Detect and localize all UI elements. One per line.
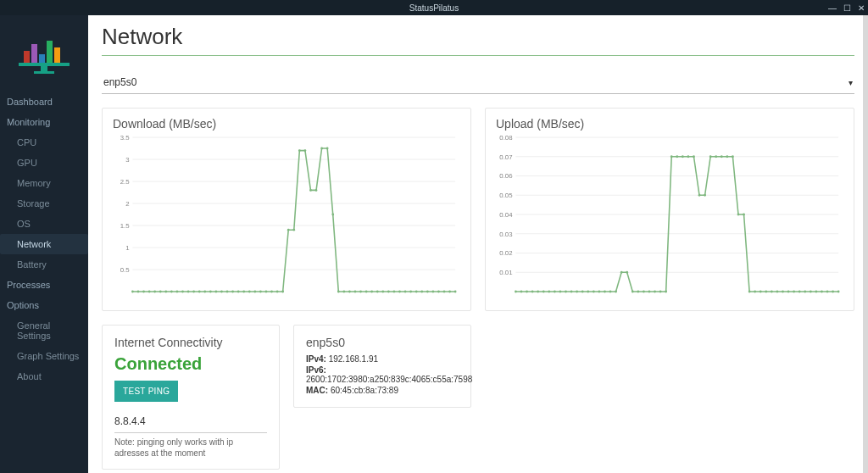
svg-point-70 bbox=[398, 291, 401, 293]
svg-point-37 bbox=[215, 291, 218, 293]
svg-point-132 bbox=[709, 155, 712, 158]
svg-point-38 bbox=[220, 291, 223, 293]
sidebar-item-battery[interactable]: Battery bbox=[0, 254, 88, 275]
connectivity-status: Connected bbox=[114, 354, 267, 374]
sidebar-item-network[interactable]: Network bbox=[0, 234, 88, 254]
svg-rect-2 bbox=[39, 54, 45, 63]
svg-point-140 bbox=[754, 291, 756, 293]
sidebar: DashboardMonitoringCPUGPUMemoryStorageOS… bbox=[0, 15, 88, 473]
svg-text:0.01: 0.01 bbox=[499, 269, 512, 276]
svg-point-33 bbox=[192, 291, 195, 293]
svg-point-53 bbox=[304, 149, 307, 152]
svg-point-122 bbox=[654, 291, 656, 293]
svg-point-25 bbox=[148, 291, 151, 293]
sidebar-item-storage[interactable]: Storage bbox=[0, 193, 88, 214]
svg-point-112 bbox=[598, 291, 601, 293]
svg-point-130 bbox=[698, 194, 701, 197]
svg-text:1: 1 bbox=[125, 244, 129, 252]
svg-point-108 bbox=[576, 291, 578, 293]
svg-point-136 bbox=[732, 155, 734, 158]
svg-point-115 bbox=[615, 291, 617, 293]
svg-point-155 bbox=[837, 291, 840, 293]
svg-point-27 bbox=[159, 291, 162, 293]
svg-point-141 bbox=[760, 291, 762, 293]
svg-point-78 bbox=[443, 291, 446, 293]
main-content: Network enp5s0 ▾ Download (MB/sec) 0.511… bbox=[88, 15, 868, 473]
svg-point-60 bbox=[342, 291, 345, 293]
svg-point-98 bbox=[520, 291, 523, 293]
svg-text:3: 3 bbox=[125, 156, 130, 164]
sidebar-item-general-settings[interactable]: General Settings bbox=[0, 315, 88, 346]
svg-point-41 bbox=[237, 291, 240, 293]
svg-point-47 bbox=[270, 291, 273, 293]
window-titlebar: StatusPilatus — ☐ ✕ bbox=[0, 0, 868, 15]
interface-info-card: enp5s0 IPv4: 192.168.1.91 IPv6: 2600:170… bbox=[293, 325, 471, 408]
svg-text:0.04: 0.04 bbox=[499, 211, 513, 219]
svg-text:1.5: 1.5 bbox=[120, 222, 130, 230]
svg-point-127 bbox=[682, 155, 684, 158]
svg-rect-6 bbox=[41, 66, 47, 71]
svg-point-43 bbox=[248, 291, 251, 293]
upload-chart-title: Upload (MB/sec) bbox=[496, 117, 843, 131]
svg-text:0.05: 0.05 bbox=[499, 192, 513, 199]
svg-point-124 bbox=[665, 291, 667, 293]
svg-point-75 bbox=[426, 291, 429, 293]
svg-point-76 bbox=[432, 291, 435, 293]
svg-point-55 bbox=[315, 189, 318, 192]
sidebar-item-graph-settings[interactable]: Graph Settings bbox=[0, 346, 88, 366]
connectivity-card: Internet Connectivity Connected TEST PIN… bbox=[102, 325, 280, 470]
svg-point-29 bbox=[170, 291, 173, 293]
svg-point-40 bbox=[231, 291, 234, 293]
svg-point-68 bbox=[387, 291, 390, 293]
svg-point-133 bbox=[715, 155, 717, 158]
test-ping-button[interactable]: TEST PING bbox=[114, 381, 178, 402]
svg-point-150 bbox=[810, 291, 812, 293]
svg-point-31 bbox=[181, 291, 184, 293]
svg-text:0.08: 0.08 bbox=[499, 134, 513, 142]
sidebar-item-memory[interactable]: Memory bbox=[0, 173, 88, 193]
window-close-icon[interactable]: ✕ bbox=[858, 3, 865, 13]
svg-point-114 bbox=[609, 291, 612, 293]
mac-row: MAC: 60:45:cb:8a:73:89 bbox=[306, 386, 459, 395]
sidebar-item-monitoring[interactable]: Monitoring bbox=[0, 112, 88, 132]
svg-point-61 bbox=[348, 291, 351, 293]
svg-point-109 bbox=[581, 291, 584, 293]
svg-point-111 bbox=[593, 291, 595, 293]
svg-point-54 bbox=[309, 189, 312, 192]
sidebar-item-cpu[interactable]: CPU bbox=[0, 132, 88, 153]
sidebar-item-os[interactable]: OS bbox=[0, 214, 88, 234]
svg-point-24 bbox=[142, 291, 145, 293]
svg-text:2: 2 bbox=[125, 200, 129, 208]
svg-point-97 bbox=[515, 291, 517, 293]
svg-point-45 bbox=[259, 291, 262, 293]
svg-point-103 bbox=[548, 291, 550, 293]
svg-point-135 bbox=[726, 155, 728, 158]
svg-text:3.5: 3.5 bbox=[120, 134, 130, 142]
svg-point-49 bbox=[281, 291, 284, 293]
download-chart: 0.511.522.533.5 bbox=[113, 134, 460, 303]
svg-point-58 bbox=[331, 214, 334, 216]
svg-point-118 bbox=[632, 291, 634, 293]
sidebar-item-about[interactable]: About bbox=[0, 366, 88, 387]
svg-point-116 bbox=[620, 271, 623, 274]
svg-point-126 bbox=[676, 155, 678, 158]
window-maximize-icon[interactable]: ☐ bbox=[843, 3, 851, 13]
svg-point-34 bbox=[198, 291, 201, 293]
sidebar-item-processes[interactable]: Processes bbox=[0, 275, 88, 295]
window-minimize-icon[interactable]: — bbox=[828, 3, 837, 13]
svg-point-79 bbox=[448, 291, 451, 293]
svg-point-125 bbox=[670, 155, 673, 158]
sidebar-item-options[interactable]: Options bbox=[0, 295, 88, 315]
ping-target-input[interactable]: 8.8.4.4 bbox=[114, 409, 267, 433]
svg-point-142 bbox=[765, 291, 767, 293]
app-logo bbox=[0, 15, 88, 92]
svg-point-23 bbox=[137, 291, 140, 293]
interface-select[interactable]: enp5s0 ▾ bbox=[102, 73, 854, 94]
svg-point-44 bbox=[253, 291, 256, 293]
svg-point-104 bbox=[554, 291, 556, 293]
svg-point-144 bbox=[776, 291, 779, 293]
sidebar-item-gpu[interactable]: GPU bbox=[0, 153, 88, 173]
sidebar-item-dashboard[interactable]: Dashboard bbox=[0, 92, 88, 112]
svg-point-28 bbox=[164, 291, 167, 293]
svg-point-63 bbox=[359, 291, 362, 293]
